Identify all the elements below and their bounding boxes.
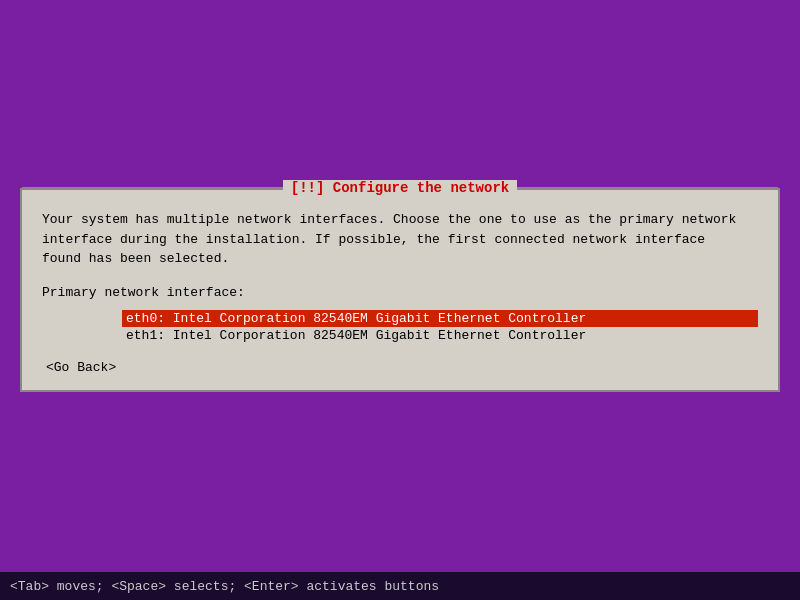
description-line3: found has been selected. (42, 251, 229, 266)
interface-item-eth0[interactable]: eth0: Intel Corporation 82540EM Gigabit … (122, 310, 758, 327)
primary-network-label: Primary network interface: (42, 285, 758, 300)
status-bar-text: <Tab> moves; <Space> selects; <Enter> ac… (10, 579, 439, 594)
status-bar: <Tab> moves; <Space> selects; <Enter> ac… (0, 572, 800, 600)
interface-list: eth0: Intel Corporation 82540EM Gigabit … (122, 310, 758, 344)
dialog-title-bar: [!!] Configure the network (22, 180, 778, 196)
dialog-box: [!!] Configure the network Your system h… (20, 188, 780, 392)
interface-item-eth1[interactable]: eth1: Intel Corporation 82540EM Gigabit … (122, 327, 758, 344)
go-back-button[interactable]: <Go Back> (46, 360, 758, 375)
dialog-body: Your system has multiple network interfa… (22, 190, 778, 390)
description-text: Your system has multiple network interfa… (42, 210, 758, 269)
title-line-left (22, 187, 283, 189)
description-line1: Your system has multiple network interfa… (42, 212, 736, 227)
dialog-title: [!!] Configure the network (283, 180, 517, 196)
description-line2: interface during the installation. If po… (42, 232, 705, 247)
title-line-right (517, 187, 778, 189)
